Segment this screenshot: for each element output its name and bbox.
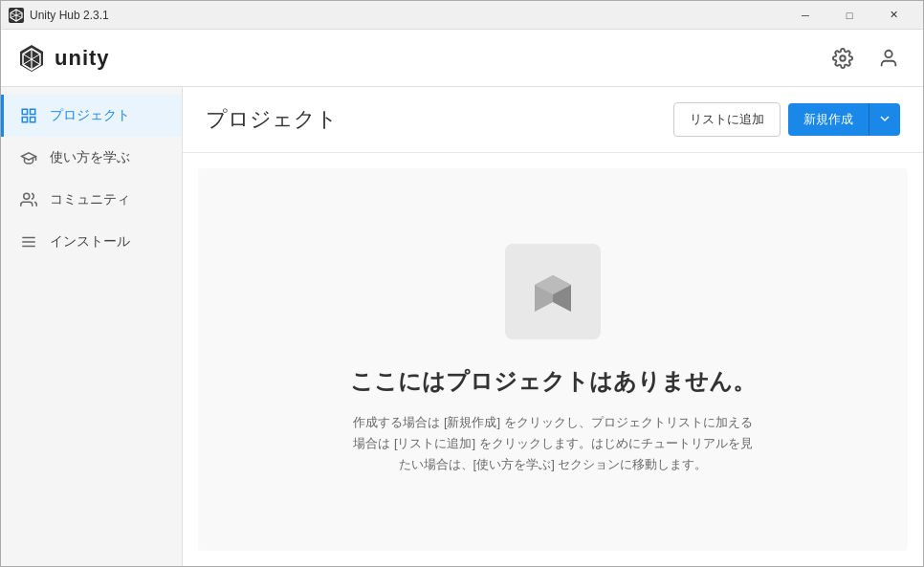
main-layout: プロジェクト 使い方を学ぶ コミュニティ	[1, 87, 923, 566]
learn-icon	[19, 148, 38, 167]
account-button[interactable]	[869, 39, 908, 77]
empty-state-description: 作成する場合は [新規作成] をクリックし、プロジェクトリストに加える場合は […	[352, 412, 754, 475]
sidebar-item-community-label: コミュニティ	[50, 191, 130, 208]
new-project-dropdown-button[interactable]	[869, 103, 900, 136]
sidebar: プロジェクト 使い方を学ぶ コミュニティ	[1, 87, 183, 566]
empty-state-title: ここにはプロジェクトはありません。	[350, 366, 756, 397]
sidebar-item-community[interactable]: コミュニティ	[1, 179, 182, 221]
svg-point-10	[840, 55, 846, 61]
chevron-down-icon	[879, 113, 891, 124]
titlebar-title: Unity Hub 2.3.1	[30, 9, 109, 22]
unity-logo-text: unity	[55, 46, 110, 71]
content-actions: リストに追加 新規作成	[673, 102, 900, 137]
user-icon	[878, 48, 899, 69]
header-icons	[824, 39, 908, 77]
maximize-button[interactable]: □	[827, 1, 871, 30]
page-title: プロジェクト	[206, 105, 338, 134]
titlebar: Unity Hub 2.3.1 ─ □ ✕	[1, 1, 923, 30]
community-icon	[19, 190, 38, 209]
content-area: プロジェクト リストに追加 新規作成	[183, 87, 923, 566]
svg-point-11	[885, 50, 891, 56]
empty-state: ここにはプロジェクトはありません。 作成する場合は [新規作成] をクリックし、…	[198, 168, 908, 551]
svg-point-12	[24, 193, 30, 199]
content-header: プロジェクト リストに追加 新規作成	[183, 87, 923, 153]
new-button-group: 新規作成	[788, 103, 900, 136]
close-button[interactable]: ✕	[871, 1, 915, 30]
projects-icon	[19, 106, 38, 125]
sidebar-item-installs[interactable]: インストール	[1, 221, 182, 263]
minimize-button[interactable]: ─	[783, 1, 827, 30]
app-icon	[9, 8, 24, 23]
add-to-list-button[interactable]: リストに追加	[673, 102, 781, 137]
cube-icon	[527, 266, 579, 317]
titlebar-controls: ─ □ ✕	[783, 1, 915, 30]
titlebar-left: Unity Hub 2.3.1	[9, 8, 109, 23]
settings-button[interactable]	[824, 39, 862, 77]
header-logo: unity	[16, 43, 110, 74]
sidebar-item-learn[interactable]: 使い方を学ぶ	[1, 137, 182, 179]
sidebar-item-learn-label: 使い方を学ぶ	[50, 149, 130, 166]
sidebar-item-projects-label: プロジェクト	[50, 107, 130, 124]
header: unity	[1, 30, 923, 87]
unity-logo-icon	[16, 43, 47, 74]
empty-icon-container	[505, 244, 601, 339]
sidebar-item-projects[interactable]: プロジェクト	[1, 95, 182, 137]
installs-icon	[19, 232, 38, 251]
sidebar-item-installs-label: インストール	[50, 233, 130, 251]
gear-icon	[832, 48, 853, 69]
new-project-button[interactable]: 新規作成	[788, 103, 869, 136]
